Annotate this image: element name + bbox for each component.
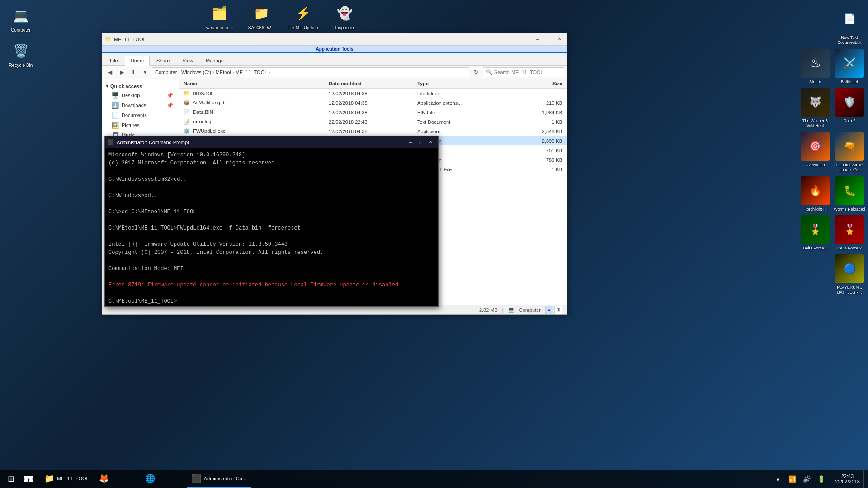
- sidebar-item-desktop[interactable]: 🖥️ Desktop 📌: [102, 90, 179, 100]
- taskbar-item-firefox[interactable]: 🦊: [94, 470, 140, 488]
- close-button[interactable]: ✕: [554, 35, 564, 44]
- cmd-content[interactable]: Microsoft Windows [Version 10.0.16299.24…: [105, 148, 438, 306]
- breadcrumb-me11tool[interactable]: ME_11_TOOL: [236, 70, 268, 75]
- desktop-icon-inspectre[interactable]: 👻 Inspectre: [328, 2, 361, 31]
- tray-chevron[interactable]: ∧: [772, 470, 784, 488]
- back-button[interactable]: ◀: [105, 67, 115, 77]
- start-button[interactable]: ⊞: [2, 470, 20, 488]
- file-date-cell: 12/02/2018 04:38: [327, 128, 415, 135]
- taskbar-firefox-icon: 🦊: [99, 474, 109, 483]
- search-input[interactable]: [494, 70, 557, 75]
- tab-home[interactable]: Home: [125, 56, 150, 66]
- sa0086-icon: 📁: [250, 2, 272, 24]
- desktop-icon-new-text-doc[interactable]: 📄 New Text Document.txt: [834, 5, 865, 45]
- breadcrumb-windows-c[interactable]: Windows (C:): [181, 70, 211, 75]
- tray-network-icon[interactable]: 📶: [786, 470, 799, 488]
- cmd-close-button[interactable]: ✕: [426, 138, 435, 146]
- sidebar-item-downloads[interactable]: ⬇️ Downloads 📌: [102, 100, 179, 110]
- ribbon-tabs: File Home Share View Manage: [102, 53, 567, 65]
- recycle-bin-icon: 🗑️: [10, 40, 32, 61]
- table-row[interactable]: 📝 error.log 22/02/2018 22:43 Text Docume…: [179, 117, 567, 127]
- minimize-button[interactable]: ─: [533, 35, 542, 44]
- recent-button[interactable]: ▾: [140, 67, 150, 77]
- csgo-icon: 🔫: [835, 132, 864, 161]
- cmd-line: (c) 2017 Microsoft Corporation. All righ…: [108, 159, 434, 167]
- dota2-label: Dota 2: [844, 118, 856, 123]
- file-date-cell: 12/02/2018 04:38: [327, 99, 415, 107]
- tray-battery-icon[interactable]: 🔋: [815, 470, 828, 488]
- taskbar-item-me11tool[interactable]: 📁 ME_11_TOOL: [40, 470, 94, 488]
- desktop-icon-computer[interactable]: 💻 Computer: [5, 5, 37, 33]
- desktop-icon-worms[interactable]: 🐛 Worms Reloaded: [834, 176, 865, 212]
- breadcrumb-metool[interactable]: MEtool: [216, 70, 231, 75]
- forward-button[interactable]: ▶: [117, 67, 127, 77]
- desktop-sidebar-icon: 🖥️: [111, 92, 119, 99]
- file-date-cell: 22/02/2018 22:43: [327, 118, 415, 126]
- desktop-icon-for-me-update[interactable]: ⚡ For ME Update: [287, 2, 319, 31]
- breadcrumb[interactable]: Computer › Windows (C:) › MEtool › ME_11…: [152, 67, 469, 77]
- sidebar-item-documents[interactable]: 📄 Documents: [102, 110, 179, 120]
- desktop-icon-delta-force1[interactable]: 🎖️ Delta Force 1: [799, 215, 831, 251]
- downloads-sidebar-icon: ⬇️: [111, 102, 119, 109]
- table-row[interactable]: 📦 AsMultiLang.dll 12/02/2018 04:38 Appli…: [179, 98, 567, 108]
- table-row[interactable]: 📄 Data.BIN 12/02/2018 04:38 BIN File 1,9…: [179, 108, 567, 117]
- computer-icon-label: Computer: [11, 28, 31, 33]
- taskbar-time: 22:43: [841, 474, 854, 479]
- taskbar-item-chrome[interactable]: 🌐: [141, 470, 186, 488]
- desktop-icon-delta-force2[interactable]: 🎖️ Delta Force 2: [834, 215, 865, 251]
- col-header-type[interactable]: Type: [415, 80, 504, 87]
- sa0086-label: SA0086_W...: [248, 25, 274, 31]
- col-header-date[interactable]: Date modified: [327, 80, 415, 87]
- table-row[interactable]: 📁 resource 12/02/2018 04:38 File folder: [179, 89, 567, 98]
- tab-manage[interactable]: Manage: [200, 56, 230, 65]
- desktop-icon-sa0086[interactable]: 📁 SA0086_W...: [245, 2, 278, 31]
- sidebar-item-pictures[interactable]: 🖼️ Pictures: [102, 120, 179, 130]
- taskbar-cmd-label: Administrator: Co...: [204, 476, 246, 481]
- desktop-icon-weeeeeeee[interactable]: 🗂️ weeeeeeee...: [203, 2, 236, 31]
- cmd-line: Microsoft Windows [Version 10.0.16299.24…: [108, 151, 434, 159]
- file-date-cell: 12/02/2018 04:38: [327, 90, 415, 97]
- desktop-icon-csgo[interactable]: 🔫 Counter-Strike Global Offe...: [834, 132, 865, 173]
- cmd-line: [108, 183, 434, 192]
- desktop-icon-overwatch[interactable]: 🎯 Overwatch: [799, 132, 831, 173]
- cmd-line: [108, 273, 434, 281]
- desktop-icon-torchlight2[interactable]: 🔥 Torchlight II: [799, 176, 831, 212]
- taskbar-clock[interactable]: 22:43 22/02/2018: [831, 474, 863, 484]
- column-headers: Name Date modified Type Size: [179, 79, 567, 89]
- svg-rect-3: [29, 479, 33, 482]
- cmd-lines: Microsoft Windows [Version 10.0.16299.24…: [108, 151, 434, 305]
- list-view-button[interactable]: ≡: [545, 306, 553, 314]
- tab-share[interactable]: Share: [151, 56, 175, 65]
- col-header-name[interactable]: Name: [182, 80, 327, 87]
- tray-volume-icon[interactable]: 🔊: [801, 470, 813, 488]
- file-explorer-titlebar: 📁 ME_11_TOOL ─ □ ✕: [102, 33, 567, 46]
- col-header-size[interactable]: Size: [504, 80, 564, 87]
- breadcrumb-computer[interactable]: Computer: [155, 70, 177, 75]
- taskbar-item-cmd[interactable]: ⬛ Administrator: Co...: [187, 470, 251, 488]
- app-tools-label: Application Tools: [316, 47, 353, 52]
- desktop-icon-steam[interactable]: ♨ Steam: [799, 49, 831, 84]
- desktop-icon-witcher[interactable]: 🐺 The Witcher 3 Wild Hunt: [799, 88, 831, 128]
- task-view-button[interactable]: [20, 470, 37, 488]
- desktop-icon-dota2[interactable]: 🛡️ Dota 2: [834, 88, 865, 128]
- cmd-minimize-button[interactable]: ─: [406, 138, 415, 146]
- cmd-maximize-button[interactable]: □: [416, 138, 425, 146]
- grid-view-button[interactable]: ⊞: [554, 306, 562, 314]
- svg-rect-1: [28, 476, 33, 479]
- file-type-cell: Text Document: [415, 118, 504, 126]
- table-row[interactable]: ⚙️ FWUpdLcl.exe 12/02/2018 04:38 Applica…: [179, 127, 567, 136]
- show-desktop-button[interactable]: [863, 470, 866, 488]
- file-name-label: Data.BIN: [193, 109, 213, 115]
- status-size: 2.82 MB: [479, 307, 498, 313]
- computer-icon: 💻: [10, 5, 32, 26]
- up-button[interactable]: ⬆: [128, 67, 138, 77]
- tab-view[interactable]: View: [176, 56, 199, 65]
- desktop-icon-recycle-bin[interactable]: 🗑️ Recycle Bin: [5, 40, 37, 68]
- refresh-button[interactable]: ↻: [471, 67, 481, 77]
- taskbar-chrome-icon: 🌐: [145, 474, 155, 483]
- desktop-icon-pubg[interactable]: 🔵 PLAYERUN... BATTLEGR...: [834, 254, 865, 295]
- desktop-icon-battle-net[interactable]: ⚔️ Battle.net: [834, 49, 865, 84]
- maximize-button[interactable]: □: [543, 35, 553, 44]
- tab-file[interactable]: File: [104, 56, 124, 65]
- quick-access-header[interactable]: ▾ Quick access: [102, 82, 179, 90]
